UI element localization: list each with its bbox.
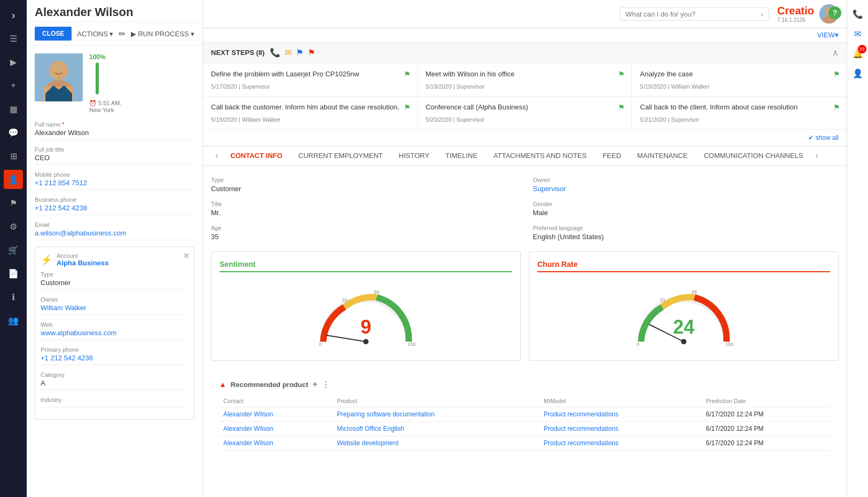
preferred-language-field: Preferred language English (United State… bbox=[533, 225, 839, 241]
rec-mimodel-2[interactable]: Product recommendations bbox=[539, 436, 702, 450]
progress-fill bbox=[96, 62, 99, 94]
flag-step-icon[interactable]: ⚑ bbox=[296, 48, 303, 58]
step-card-2: Analyze the case 5/19/2020 | William Wal… bbox=[632, 64, 847, 97]
tab-prev-icon[interactable]: ‹ bbox=[211, 146, 222, 164]
next-steps-title: NEXT STEPS (8) bbox=[211, 49, 264, 57]
tab-communication[interactable]: COMMUNICATION CHANNELS bbox=[695, 146, 811, 166]
nav-cart-icon[interactable]: 🛒 bbox=[4, 240, 23, 259]
account-header: ⚡ Account Alpha Business bbox=[41, 253, 189, 267]
next-steps-header: NEXT STEPS (8) 📞 ✉ ⚑ ⚑ ∧ bbox=[203, 42, 847, 64]
step-meta-5: 5/21/2020 | Supervisor bbox=[640, 116, 839, 123]
nav-users-icon[interactable]: 👥 bbox=[4, 311, 23, 330]
tab-maintenance[interactable]: MAINTENANCE bbox=[629, 146, 696, 166]
run-process-chevron-icon: ▾ bbox=[191, 30, 194, 38]
nav-expand-icon[interactable]: › bbox=[4, 5, 23, 25]
rec-contact-0[interactable]: Alexander Wilson bbox=[219, 407, 333, 421]
tab-current-employment[interactable]: CURRENT EMPLOYMENT bbox=[291, 146, 391, 166]
email-step-icon[interactable]: ✉ bbox=[285, 48, 292, 58]
account-category-label: Category bbox=[41, 372, 189, 378]
nav-document-icon[interactable]: 📄 bbox=[4, 264, 23, 283]
search-input[interactable] bbox=[625, 10, 761, 18]
nav-play-icon[interactable]: ▶ bbox=[4, 52, 23, 72]
account-industry-label: Industry bbox=[41, 397, 189, 403]
run-process-button[interactable]: ▶ RUN PROCESS ▾ bbox=[131, 30, 194, 38]
account-industry-value bbox=[41, 404, 189, 407]
actions-button[interactable]: ACTIONS ▾ bbox=[77, 30, 113, 38]
bookmark-step-icon[interactable]: ⚑ bbox=[308, 48, 315, 58]
table-header-row: Contact Product MIModel Prediction Date bbox=[219, 395, 831, 407]
nav-chat-icon[interactable]: 💬 bbox=[4, 123, 23, 142]
account-name[interactable]: Alpha Business bbox=[57, 259, 109, 267]
rec-product-1[interactable]: Microsoft Office English bbox=[333, 421, 539, 436]
business-phone-value[interactable]: +1 212 542 4238 bbox=[35, 204, 194, 215]
nav-plus-icon[interactable]: + bbox=[4, 76, 23, 95]
account-web-field: Web www.alphabusiness.com bbox=[41, 321, 189, 340]
location-display: New York bbox=[89, 107, 121, 113]
step-card-3: Call back the customer. Inform him about… bbox=[203, 97, 418, 130]
mobile-phone-label: Mobile phone bbox=[35, 171, 194, 178]
account-close-icon[interactable]: ✕ bbox=[183, 251, 190, 260]
account-web-value[interactable]: www.alphabusiness.com bbox=[41, 329, 189, 340]
col-product: Product bbox=[333, 395, 539, 407]
progress-bar bbox=[96, 62, 99, 94]
email-label: Email bbox=[35, 222, 194, 228]
svg-text:33: 33 bbox=[660, 297, 665, 303]
nav-grid-icon[interactable]: ⊞ bbox=[4, 146, 23, 165]
account-primary-phone-value[interactable]: +1 212 542 4236 bbox=[41, 354, 189, 365]
mobile-phone-value[interactable]: +1 212 854 7512 bbox=[35, 179, 194, 190]
steps-grid: Define the problem with Laserjet Pro CP1… bbox=[203, 64, 847, 130]
rec-contact-2[interactable]: Alexander Wilson bbox=[219, 436, 333, 450]
close-button[interactable]: CLOSE bbox=[35, 27, 72, 41]
owner-field: Owner Supervisor bbox=[533, 177, 839, 193]
sidebar-header: Alexander Wilson bbox=[27, 0, 202, 22]
nav-info-icon[interactable]: ℹ bbox=[4, 287, 23, 306]
recommended-more-icon[interactable]: ⋮ bbox=[322, 380, 330, 390]
churn-rate-title: Churn Rate bbox=[537, 260, 830, 272]
recommended-add-icon[interactable]: + bbox=[312, 380, 317, 389]
search-box[interactable]: › bbox=[620, 7, 769, 21]
account-owner-value[interactable]: William Walker bbox=[41, 304, 189, 315]
account-primary-phone-label: Primary phone bbox=[41, 346, 189, 353]
svg-text:66: 66 bbox=[374, 289, 379, 295]
step-meta-2: 5/19/2020 | William Walker bbox=[640, 83, 839, 90]
right-user-icon[interactable]: 👤 bbox=[849, 65, 866, 82]
right-bell-icon[interactable]: 🔔 33 bbox=[849, 45, 866, 62]
edit-icon[interactable]: ✏ bbox=[119, 29, 126, 39]
tab-feed[interactable]: FEED bbox=[595, 146, 629, 166]
type-label: Type bbox=[211, 177, 517, 183]
rec-product-0[interactable]: Preparing software documentation bbox=[333, 407, 539, 421]
right-phone-icon[interactable]: 📞 bbox=[849, 5, 866, 22]
view-button[interactable]: VIEW bbox=[817, 31, 835, 39]
tab-next-icon[interactable]: › bbox=[811, 146, 823, 164]
rec-mimodel-0[interactable]: Product recommendations bbox=[539, 407, 702, 421]
nav-flag-icon[interactable]: ⚑ bbox=[4, 193, 23, 212]
phone-step-icon[interactable]: 📞 bbox=[270, 48, 280, 58]
rec-product-2[interactable]: Website development bbox=[333, 436, 539, 450]
notification-badge: 33 bbox=[858, 45, 866, 53]
owner-value[interactable]: Supervisor bbox=[533, 185, 839, 193]
svg-point-21 bbox=[681, 339, 686, 344]
recommended-header: ▲ Recommended product + ⋮ bbox=[219, 380, 831, 390]
show-all-link[interactable]: ✔ show all bbox=[203, 130, 847, 146]
tab-timeline[interactable]: TIMELINE bbox=[437, 146, 486, 166]
step-flag-4: ⚑ bbox=[618, 103, 625, 112]
email-value[interactable]: a.wilson@alphabusiness.com bbox=[35, 229, 194, 240]
tab-contact-info[interactable]: CONTACT INFO bbox=[222, 146, 290, 166]
rec-contact-1[interactable]: Alexander Wilson bbox=[219, 421, 333, 436]
right-email-icon[interactable]: ✉ bbox=[849, 25, 866, 42]
tab-history[interactable]: HISTORY bbox=[391, 146, 437, 166]
avatar bbox=[35, 53, 83, 101]
nav-person-icon[interactable]: 👤 bbox=[4, 170, 23, 189]
nav-hamburger-icon[interactable]: ☰ bbox=[4, 29, 23, 48]
type-value: Customer bbox=[211, 185, 517, 193]
tab-attachments[interactable]: ATTACHMENTS AND NOTES bbox=[486, 146, 595, 166]
nav-settings-icon[interactable]: ⚙ bbox=[4, 217, 23, 236]
rec-mimodel-1[interactable]: Product recommendations bbox=[539, 421, 702, 436]
collapse-icon[interactable]: ∧ bbox=[832, 48, 839, 58]
help-icon[interactable]: ? bbox=[828, 6, 841, 19]
actions-label: ACTIONS bbox=[77, 30, 108, 38]
content-area: NEXT STEPS (8) 📞 ✉ ⚑ ⚑ ∧ Define the prob… bbox=[203, 42, 847, 497]
age-label: Age bbox=[211, 225, 517, 231]
nav-chart-icon[interactable]: ▦ bbox=[4, 99, 23, 119]
top-header: › Creatio 7.16.1.2135 ? bbox=[203, 0, 847, 28]
